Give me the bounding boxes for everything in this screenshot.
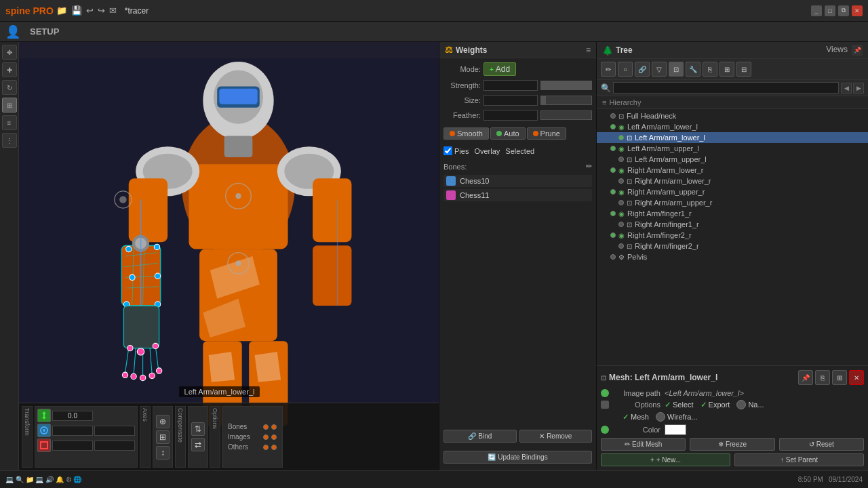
mesh-paste-btn[interactable]: ⊞ <box>832 370 847 385</box>
open-icon[interactable]: 📁 <box>56 5 67 16</box>
tree-search-input[interactable] <box>613 82 839 94</box>
tree-body: ⊡ Full Head/neck ◉ Left Arm/arm_lower_l … <box>597 109 868 365</box>
views-pin-btn[interactable]: 📌 <box>852 45 863 56</box>
feather-input[interactable]: 0 <box>484 110 538 121</box>
remove-button[interactable]: ✕ Remove <box>519 430 593 443</box>
bone-chess10[interactable]: Chess10 <box>443 175 592 187</box>
update-bindings-button[interactable]: 🔄 Update Bindings <box>443 451 592 464</box>
others-dot-1[interactable] <box>263 445 269 450</box>
tree-item-pelvis[interactable]: ⚙ Pelvis <box>597 251 868 262</box>
select-check[interactable]: ✓ Select <box>665 400 694 409</box>
draw-tool-btn[interactable]: ✏ <box>601 62 616 77</box>
y-scale-input[interactable]: 1.0 <box>94 441 135 451</box>
pies-check[interactable]: Pies <box>443 146 469 155</box>
tree-item-left-arm-lower-mesh[interactable]: ⊡ Left Arm/arm_lower_l <box>597 132 868 143</box>
save-icon[interactable]: 💾 <box>71 5 82 16</box>
move-tool[interactable]: ✚ <box>2 62 17 77</box>
wireframe-check[interactable]: Wirefra... <box>656 412 698 422</box>
select-tool-btn[interactable]: ⊡ <box>669 62 684 77</box>
na-check[interactable]: Na... <box>736 400 764 409</box>
copy-tool-btn[interactable]: ⎘ <box>703 62 717 77</box>
mesh-check[interactable]: ✓ Mesh <box>623 412 649 422</box>
overlay-check[interactable]: Overlay <box>474 147 500 155</box>
bone-chess11[interactable]: Chess11 <box>443 189 592 201</box>
size-input[interactable]: 10 <box>484 95 538 106</box>
mesh-close-btn[interactable]: ✕ <box>849 370 864 385</box>
pies-checkbox[interactable] <box>443 146 452 155</box>
tree-next-btn[interactable]: ▶ <box>853 83 864 94</box>
translate-z-input[interactable] <box>52 411 93 421</box>
mode-button[interactable]: + Add <box>484 62 516 76</box>
new-button[interactable]: + + New... <box>601 453 730 466</box>
circle-tool-btn[interactable]: ○ <box>618 62 633 77</box>
tree-item-left-arm-upper-group[interactable]: ◉ Left Arm/arm_upper_l <box>597 143 868 154</box>
selected-check[interactable]: Selected <box>505 147 534 155</box>
axis-btn-1[interactable]: ⊕ <box>156 415 170 428</box>
bind-label: Bind <box>478 432 492 440</box>
bind-button[interactable]: 🔗 Bind <box>443 430 517 443</box>
mesh-copy-btn[interactable]: ⎘ <box>815 370 830 385</box>
maximize-button[interactable]: □ <box>825 5 835 16</box>
bones-dot-2[interactable] <box>271 424 277 430</box>
y-position-input[interactable]: 989.49 <box>94 426 135 436</box>
redo-icon[interactable]: ↪ <box>98 5 105 16</box>
mesh-pin-btn[interactable]: 📌 <box>798 370 813 385</box>
wrench-tool-btn[interactable]: 🔧 <box>686 62 701 77</box>
svg-point-36 <box>137 348 144 355</box>
restore-button[interactable]: ⧉ <box>838 5 849 16</box>
images-dot-2[interactable] <box>271 434 277 440</box>
export-tool-btn[interactable]: ⊟ <box>736 62 751 77</box>
strength-input[interactable]: 100 <box>484 80 538 91</box>
images-dot-1[interactable] <box>263 434 269 440</box>
select-tool[interactable]: ✥ <box>2 45 17 60</box>
color-swatch[interactable] <box>665 424 686 435</box>
axis-btn-2[interactable]: ⊞ <box>156 430 170 444</box>
undo-icon[interactable]: ↩ <box>86 5 94 16</box>
prune-button[interactable]: Prune <box>527 127 566 140</box>
weights-close-btn[interactable]: ≡ <box>586 45 591 55</box>
export-check[interactable]: ✓ Export <box>701 400 730 409</box>
left-arm-lower-mesh-indicator <box>618 135 624 140</box>
x-position-input[interactable]: 266.16 <box>52 426 93 436</box>
tree-item-right-finger1-mesh[interactable]: ⊡ Right Arm/finger1_r <box>597 219 868 230</box>
filter-tool-btn[interactable]: ▽ <box>652 62 667 77</box>
set-parent-button[interactable]: ↑ Set Parent <box>734 453 864 466</box>
tree-item-left-arm-upper-mesh[interactable]: ⊡ Left Arm/arm_upper_l <box>597 154 868 165</box>
paste-tool-btn[interactable]: ⊞ <box>719 62 734 77</box>
tree-item-right-arm-upper-mesh[interactable]: ⊡ Right Arm/arm_upper_r <box>597 197 868 208</box>
x-scale-input[interactable]: 1.0 <box>52 441 93 451</box>
scale-tool[interactable]: ⊞ <box>2 98 17 113</box>
tree-item-right-finger2-group[interactable]: ◉ Right Arm/finger2_r <box>597 230 868 241</box>
freeze-button[interactable]: ❄ Freeze <box>690 438 774 451</box>
mesh-panel-icon: ⊡ <box>601 374 606 382</box>
tree-item-right-finger1-group[interactable]: ◉ Right Arm/finger1_r <box>597 208 868 219</box>
bones-edit-icon[interactable]: ✏ <box>586 162 592 171</box>
tree-item-left-arm-lower-group[interactable]: ◉ Left Arm/arm_lower_l <box>597 121 868 132</box>
rotate-tool[interactable]: ↻ <box>2 80 17 95</box>
tree-item-right-arm-lower-mesh[interactable]: ⊡ Right Arm/arm_lower_r <box>597 176 868 186</box>
tree-item-right-arm-upper-group[interactable]: ◉ Right Arm/arm_upper_r <box>597 186 868 197</box>
minimize-button[interactable]: _ <box>811 5 822 16</box>
position-icon[interactable] <box>37 424 51 437</box>
auto-button[interactable]: Auto <box>490 127 526 140</box>
translate-icon[interactable] <box>37 409 51 422</box>
edit-mesh-button[interactable]: ✏ Edit Mesh <box>601 438 686 451</box>
mesh-tool[interactable]: ⋮ <box>2 133 17 148</box>
axis-btn-3[interactable]: ↕ <box>156 446 170 460</box>
search-row: 🔍 ◀ ▶ <box>597 80 868 96</box>
scale-icon[interactable] <box>37 439 51 452</box>
others-dot-2[interactable] <box>271 445 277 450</box>
mail-icon[interactable]: ✉ <box>109 5 117 16</box>
bone-tool[interactable]: ≡ <box>2 115 17 130</box>
link-tool-btn[interactable]: 🔗 <box>635 62 650 77</box>
tree-item-right-finger2-mesh[interactable]: ⊡ Right Arm/finger2_r <box>597 241 868 251</box>
bones-dot-1[interactable] <box>263 424 269 430</box>
reset-button[interactable]: ↺ Reset <box>779 438 864 451</box>
comp-btn-2[interactable]: ⇄ <box>191 438 205 451</box>
tree-item-right-arm-lower-group[interactable]: ◉ Right Arm/arm_lower_r <box>597 165 868 176</box>
smooth-button[interactable]: Smooth <box>443 127 489 140</box>
close-button[interactable]: ✕ <box>852 5 863 16</box>
tree-item-full-head[interactable]: ⊡ Full Head/neck <box>597 110 868 121</box>
tree-prev-btn[interactable]: ◀ <box>841 83 852 94</box>
comp-btn-1[interactable]: ⇅ <box>191 422 205 436</box>
